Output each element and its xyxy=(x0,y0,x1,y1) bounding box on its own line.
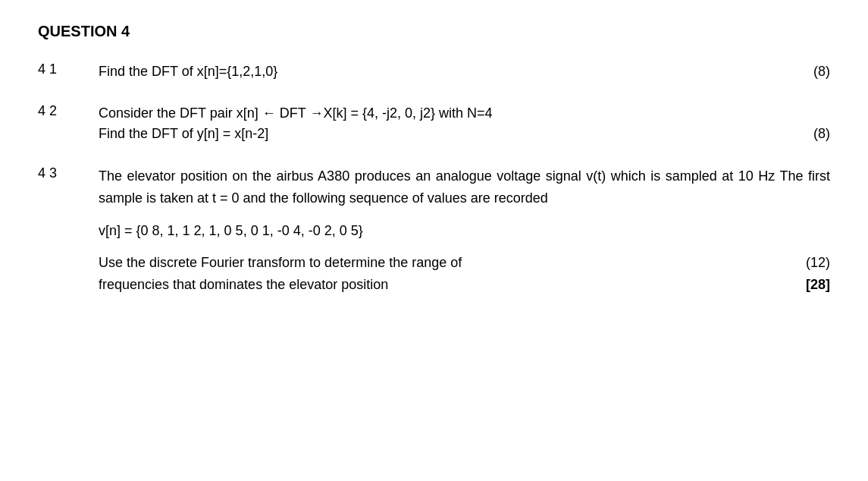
question-4-2-line1: Consider the DFT pair x[n] ← DFT →X[k] =… xyxy=(99,103,493,124)
question-4-2-number: 4 2 xyxy=(38,103,99,119)
question-4-2: 4 2 Consider the DFT pair x[n] ← DFT →X[… xyxy=(38,103,830,144)
question-4-2-content: Consider the DFT pair x[n] ← DFT →X[k] =… xyxy=(99,103,830,144)
question-4-3-para1: The elevator position on the airbus A380… xyxy=(99,165,830,209)
question-4-3-marks-block: (12) [28] xyxy=(806,252,830,296)
question-4-1-number: 4 1 xyxy=(38,61,99,77)
question-4-2-marks: (8) xyxy=(813,124,830,144)
question-4-2-line2: Find the DFT of y[n] = x[n-2] xyxy=(99,124,268,144)
question-4-3-use-block: Use the discrete Fourier transform to de… xyxy=(99,252,830,296)
question-4-3-sequence: v[n] = {0 8, 1, 1 2, 1, 0 5, 0 1, -0 4, … xyxy=(99,220,830,242)
question-4-1-content: Find the DFT of x[n]={1,2,1,0} (8) xyxy=(99,61,830,82)
question-4-1-marks: (8) xyxy=(813,61,830,82)
page-title: QUESTION 4 xyxy=(38,23,830,40)
question-4-1: 4 1 Find the DFT of x[n]={1,2,1,0} (8) xyxy=(38,61,830,82)
question-4-3-content: The elevator position on the airbus A380… xyxy=(99,165,830,296)
question-4-3-use-line2: frequencies that dominates the elevator … xyxy=(99,274,462,296)
question-4-3-use-line1: Use the discrete Fourier transform to de… xyxy=(99,252,462,274)
question-4-3: 4 3 The elevator position on the airbus … xyxy=(38,165,830,296)
question-4-1-text: Find the DFT of x[n]={1,2,1,0} xyxy=(99,61,277,82)
question-4-3-marks: (12) xyxy=(806,252,830,274)
question-4-3-total: [28] xyxy=(806,274,830,296)
question-4-3-number: 4 3 xyxy=(38,165,99,181)
